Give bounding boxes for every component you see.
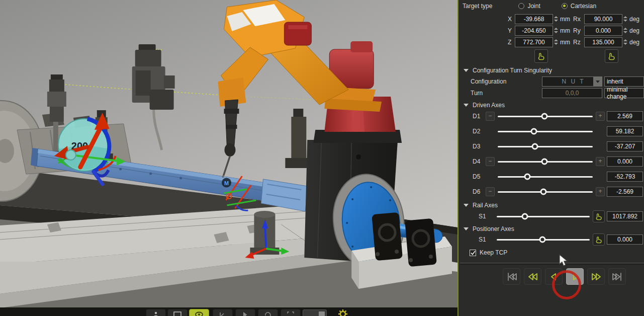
frame-icon	[287, 311, 294, 316]
d1-minus-button[interactable]: −	[486, 112, 495, 121]
d2-slider-knob[interactable]	[530, 128, 537, 135]
step-forward-button[interactable]	[566, 268, 584, 285]
d4-value-field[interactable]: 0.000	[607, 156, 643, 167]
view-preview-icon	[319, 311, 325, 316]
d6-slider-knob[interactable]	[540, 189, 546, 195]
rz-spinner[interactable]	[622, 37, 628, 47]
d4-minus-button[interactable]: −	[486, 157, 495, 166]
turn-value-field[interactable]: 0,0,0	[542, 88, 602, 98]
d2-slider[interactable]	[498, 131, 593, 132]
axis-row-positioner-s1: S1 0.000	[458, 233, 644, 246]
configuration-combo[interactable]: N U T	[542, 76, 602, 87]
x-spinner[interactable]	[553, 14, 559, 24]
toolbar-button-eye[interactable]	[189, 309, 209, 316]
d6-value-field[interactable]: -2.569	[607, 187, 643, 197]
step-backward-button[interactable]	[545, 268, 563, 285]
fast-forward-button[interactable]	[587, 268, 605, 285]
radio-joint[interactable]	[518, 3, 524, 9]
d3-slider[interactable]	[498, 146, 593, 147]
step-forward-icon	[569, 272, 581, 282]
d1-slider[interactable]	[498, 116, 593, 117]
ry-label: Ry	[573, 27, 584, 34]
x-value-field[interactable]: -39.668	[515, 14, 553, 24]
configuration-mode-field[interactable]: inherit	[604, 76, 644, 87]
d4-slider-knob[interactable]	[541, 159, 547, 165]
toolbar-button-figure[interactable]	[146, 309, 166, 316]
keep-tcp-label[interactable]: Keep TCP	[480, 249, 507, 256]
rail-s1-value-field[interactable]: 1017.892	[607, 211, 643, 221]
z-spinner[interactable]	[553, 37, 559, 47]
y-value-field[interactable]: -204.650	[515, 26, 553, 36]
d5-slider[interactable]	[498, 176, 593, 178]
skip-to-end-button[interactable]	[608, 268, 626, 285]
axis-x-label: X	[508, 16, 515, 23]
fast-backward-button[interactable]	[524, 268, 541, 285]
hand-pointer-icon	[595, 212, 603, 220]
d3-value-field[interactable]: -37.207	[607, 141, 643, 151]
d4-slider[interactable]	[498, 161, 593, 163]
ry-value-field[interactable]: 0.000	[584, 26, 622, 36]
keep-tcp-checkbox[interactable]	[470, 250, 476, 256]
toolbar-view-select[interactable]	[303, 309, 327, 316]
axis-row-d3: D3 − + -37.207	[458, 141, 644, 152]
d3-label: D3	[473, 143, 486, 150]
toolbar-button-cursor[interactable]	[235, 309, 255, 316]
configuration-value: N U T	[562, 78, 585, 85]
section-rail-axes[interactable]: Rail Axes	[458, 201, 644, 209]
d5-slider-knob[interactable]	[524, 174, 530, 180]
axis-row-d1: D1 − + 2.569	[458, 111, 644, 122]
pick-position-button[interactable]	[534, 49, 548, 63]
section-positioner-axes[interactable]: Positioner Axes	[458, 225, 644, 233]
skip-to-start-icon	[506, 272, 518, 282]
3d-viewport[interactable]: 200	[0, 0, 457, 316]
rz-unit-label: deg	[628, 39, 639, 46]
toolbar-button-axes[interactable]	[213, 309, 233, 316]
toolbar-button-frame[interactable]	[281, 309, 301, 316]
d6-label: D6	[473, 188, 486, 195]
radio-cartesian-label[interactable]: Cartesian	[571, 3, 596, 10]
toolbar-button-rotate[interactable]	[258, 309, 278, 316]
pick-rotation-button[interactable]	[605, 49, 618, 63]
y-spinner[interactable]	[553, 26, 559, 36]
section-driven-axes[interactable]: Driven Axes	[458, 101, 644, 109]
rail-s1-slider[interactable]	[497, 216, 590, 217]
d5-label: D5	[473, 173, 486, 180]
d6-slider[interactable]	[498, 191, 593, 193]
toolbar-button-settings[interactable]	[334, 308, 352, 316]
radio-cartesian[interactable]	[562, 3, 568, 9]
positioner-s1-pick-button[interactable]	[593, 233, 605, 246]
d1-label: D1	[473, 113, 486, 120]
positioner-s1-slider-knob[interactable]	[539, 236, 545, 243]
ry-unit-label: deg	[628, 27, 639, 34]
x-unit-label: mm	[559, 16, 573, 23]
d5-value-field[interactable]: -52.793	[607, 172, 643, 182]
positioner-s1-slider[interactable]	[497, 239, 590, 241]
z-value-field[interactable]: 772.700	[515, 37, 553, 47]
section-configuration[interactable]: Configuration Turn Singularity	[458, 66, 644, 74]
turn-mode-field[interactable]: minimal change	[604, 88, 644, 98]
rail-s1-pick-button[interactable]	[593, 210, 605, 222]
positioner-axes-title: Positioner Axes	[473, 225, 514, 232]
d1-slider-knob[interactable]	[541, 113, 547, 120]
radio-joint-label[interactable]: Joint	[527, 3, 540, 10]
d3-slider-knob[interactable]	[531, 143, 538, 150]
rail-s1-slider-knob[interactable]	[521, 213, 528, 220]
toolbar-button-screen[interactable]	[167, 309, 188, 316]
d6-plus-button[interactable]: +	[596, 187, 605, 196]
driven-axes-title: Driven Axes	[473, 102, 505, 109]
rx-value-field[interactable]: 90.000	[584, 14, 622, 24]
d4-plus-button[interactable]: +	[596, 157, 605, 166]
radio-cartesian-dot	[563, 5, 566, 7]
rz-label: Rz	[573, 39, 584, 46]
rz-value-field[interactable]: 135.000	[584, 37, 622, 47]
d1-value-field[interactable]: 2.569	[607, 111, 643, 121]
rx-spinner[interactable]	[622, 14, 628, 24]
chevron-down-icon[interactable]	[593, 77, 602, 86]
d1-plus-button[interactable]: +	[596, 112, 605, 121]
d2-value-field[interactable]: 59.182	[607, 126, 643, 136]
skip-to-start-button[interactable]	[503, 268, 520, 285]
step-backward-icon	[548, 272, 560, 282]
d6-minus-button[interactable]: −	[486, 187, 495, 196]
positioner-s1-value-field[interactable]: 0.000	[607, 234, 643, 245]
ry-spinner[interactable]	[622, 26, 628, 36]
